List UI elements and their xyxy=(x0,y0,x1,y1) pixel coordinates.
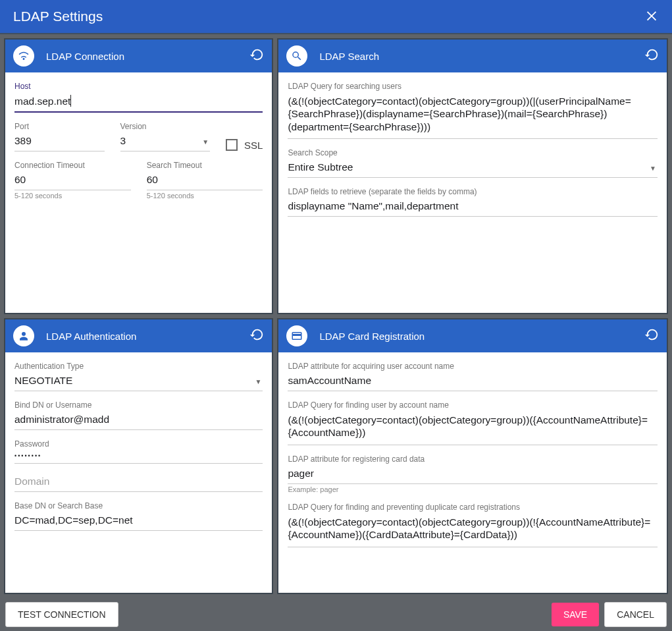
dialog-header: LDAP Settings xyxy=(0,0,672,34)
panel-title: LDAP Search xyxy=(319,51,644,62)
ldap-connection-panel: LDAP Connection Host mad.sep.net Port 38… xyxy=(4,38,273,314)
panel-header: LDAP Authentication xyxy=(5,319,272,352)
find-user-query-field[interactable]: LDAP Query for finding user by account n… xyxy=(288,400,658,445)
auth-type-select[interactable]: NEGOTIATE xyxy=(14,375,72,386)
close-icon[interactable] xyxy=(644,8,659,25)
domain-field[interactable]: Domain xyxy=(14,473,263,492)
ldap-authentication-panel: LDAP Authentication Authentication Type … xyxy=(4,318,273,594)
search-query-input[interactable]: (&(!(objectCategory=contact)(objectCateg… xyxy=(288,92,658,139)
restore-icon[interactable] xyxy=(249,327,264,344)
search-timeout-input[interactable]: 60 xyxy=(147,171,263,190)
panel-title: LDAP Card Registration xyxy=(319,331,644,342)
ldap-settings-dialog: LDAP Settings LDAP Connection Host ma xyxy=(0,0,672,631)
prevent-dup-query-field[interactable]: LDAP Query for finding and preventing du… xyxy=(288,503,658,547)
prevent-dup-query-label: LDAP Query for finding and preventing du… xyxy=(288,503,658,512)
bind-dn-field[interactable]: Bind DN or Username administrator@madd xyxy=(14,400,263,430)
account-attr-field[interactable]: LDAP attribute for acquiring user accoun… xyxy=(288,362,658,391)
password-label: Password xyxy=(14,439,263,449)
base-dn-field[interactable]: Base DN or Search Base DC=mad,DC=sep,DC=… xyxy=(14,501,263,531)
bind-dn-input[interactable]: administrator@madd xyxy=(14,411,263,430)
search-query-label: LDAP Query for searching users xyxy=(288,82,658,91)
host-input[interactable]: mad.sep.net xyxy=(14,96,71,107)
port-field[interactable]: Port 389 xyxy=(14,122,105,151)
card-attr-input[interactable]: pager xyxy=(288,465,658,484)
port-input[interactable]: 389 xyxy=(14,132,105,151)
conn-timeout-hint: 5-120 seconds xyxy=(14,192,131,200)
password-field[interactable]: Password •••••••• xyxy=(14,439,263,464)
base-dn-label: Base DN or Search Base xyxy=(14,501,263,510)
base-dn-input[interactable]: DC=mad,DC=sep,DC=net xyxy=(14,512,263,531)
search-scope-field[interactable]: Search Scope Entire Subtree ▼ xyxy=(288,148,658,178)
prevent-dup-query-input[interactable]: (&(!(objectCategory=contact)(objectCateg… xyxy=(288,513,658,547)
ldap-card-registration-panel: LDAP Card Registration LDAP attribute fo… xyxy=(277,318,668,594)
version-label: Version xyxy=(120,122,211,131)
panel-title: LDAP Connection xyxy=(46,51,249,62)
dialog-title: LDAP Settings xyxy=(13,9,103,24)
auth-type-field[interactable]: Authentication Type NEGOTIATE ▼ xyxy=(14,362,263,391)
restore-icon[interactable] xyxy=(249,47,264,65)
save-button[interactable]: SAVE xyxy=(552,603,599,626)
search-timeout-label: Search Timeout xyxy=(147,161,263,170)
account-attr-input[interactable]: samAccountName xyxy=(288,372,658,391)
host-label: Host xyxy=(14,82,263,91)
card-attr-label: LDAP attribute for registering card data xyxy=(288,454,658,464)
ldap-fields-input[interactable]: displayname "Name",mail,department xyxy=(288,198,658,217)
auth-type-label: Authentication Type xyxy=(14,362,263,371)
ssl-checkbox[interactable] xyxy=(226,139,238,151)
restore-icon[interactable] xyxy=(644,47,659,65)
version-select[interactable]: 3 xyxy=(120,135,126,146)
chevron-down-icon: ▼ xyxy=(255,378,261,385)
card-icon xyxy=(286,325,307,346)
panel-header: LDAP Card Registration xyxy=(278,319,667,352)
ssl-label: SSL xyxy=(244,140,263,151)
panel-header: LDAP Search xyxy=(278,40,667,72)
conn-timeout-label: Connection Timeout xyxy=(14,161,131,170)
port-label: Port xyxy=(14,122,105,131)
card-attr-field[interactable]: LDAP attribute for registering card data… xyxy=(288,454,658,493)
restore-icon[interactable] xyxy=(644,327,659,344)
panel-title: LDAP Authentication xyxy=(46,331,249,342)
ssl-checkbox-wrap[interactable]: SSL xyxy=(226,122,263,151)
search-icon xyxy=(286,45,307,67)
account-attr-label: LDAP attribute for acquiring user accoun… xyxy=(288,362,658,371)
conn-timeout-input[interactable]: 60 xyxy=(14,171,131,190)
cancel-button[interactable]: CANCEL xyxy=(604,602,667,627)
dialog-footer: TEST CONNECTION SAVE CANCEL xyxy=(0,598,672,631)
host-field[interactable]: Host mad.sep.net xyxy=(14,82,263,113)
ldap-fields-field[interactable]: LDAP fields to retrieve (separate the fi… xyxy=(288,187,658,217)
bind-dn-label: Bind DN or Username xyxy=(14,400,263,410)
ldap-search-panel: LDAP Search LDAP Query for searching use… xyxy=(277,38,668,314)
card-attr-hint: Example: pager xyxy=(288,485,658,493)
panel-header: LDAP Connection xyxy=(5,40,272,72)
chevron-down-icon: ▼ xyxy=(650,165,656,172)
chevron-down-icon: ▼ xyxy=(202,138,209,146)
search-query-field[interactable]: LDAP Query for searching users (&(!(obje… xyxy=(288,82,658,139)
dialog-body: LDAP Connection Host mad.sep.net Port 38… xyxy=(0,34,672,598)
connection-timeout-field[interactable]: Connection Timeout 60 5-120 seconds xyxy=(14,161,131,200)
search-scope-select[interactable]: Entire Subtree xyxy=(288,161,353,173)
version-field[interactable]: Version 3 ▼ xyxy=(120,122,211,151)
password-input[interactable]: •••••••• xyxy=(14,450,263,464)
ldap-fields-label: LDAP fields to retrieve (separate the fi… xyxy=(288,187,658,196)
test-connection-button[interactable]: TEST CONNECTION xyxy=(5,602,118,627)
search-scope-label: Search Scope xyxy=(288,148,658,157)
find-user-query-label: LDAP Query for finding user by account n… xyxy=(288,400,658,410)
person-icon xyxy=(13,325,34,346)
search-timeout-field[interactable]: Search Timeout 60 5-120 seconds xyxy=(147,161,263,200)
find-user-query-input[interactable]: (&(!(objectCategory=contact)(objectCateg… xyxy=(288,411,658,445)
search-timeout-hint: 5-120 seconds xyxy=(147,192,263,200)
domain-input[interactable]: Domain xyxy=(14,473,263,492)
wifi-icon xyxy=(13,45,34,67)
